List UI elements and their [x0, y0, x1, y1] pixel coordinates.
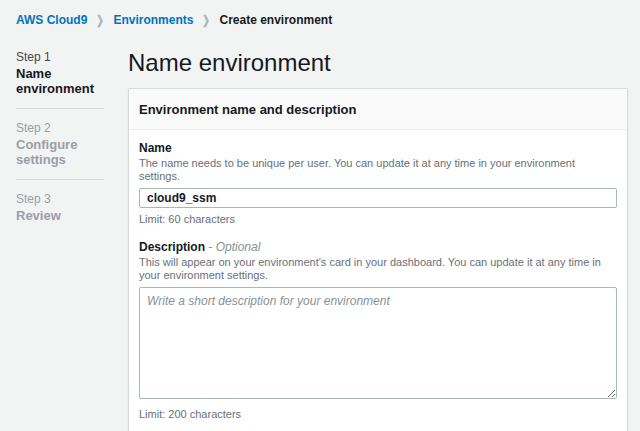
environment-description-textarea[interactable]	[139, 287, 617, 399]
steps-sidebar: Step 1 Name environment Step 2 Configure…	[0, 36, 128, 223]
sidebar-step-3[interactable]: Step 3 Review	[16, 192, 128, 223]
description-field-label: Description - Optional	[139, 240, 617, 254]
sidebar-divider	[16, 179, 104, 180]
breadcrumb-environments[interactable]: Environments	[113, 13, 193, 27]
breadcrumb: AWS Cloud9 ❯ Environments ❯ Create envir…	[0, 0, 640, 36]
description-label-text: Description	[139, 240, 205, 254]
chevron-right-icon: ❯	[97, 13, 105, 27]
breadcrumb-aws-cloud9[interactable]: AWS Cloud9	[16, 13, 87, 27]
page-title: Name environment	[128, 49, 628, 77]
name-field-label: Name	[139, 141, 617, 155]
name-field-section: Name The name needs to be unique per use…	[139, 141, 617, 225]
card-body: Name The name needs to be unique per use…	[129, 130, 627, 431]
card-header: Environment name and description	[129, 89, 627, 130]
step-1-label: Step 1	[16, 50, 128, 64]
environment-card: Environment name and description Name Th…	[128, 88, 628, 431]
description-field-help: This will appear on your environment's c…	[139, 256, 617, 282]
environment-name-input[interactable]	[139, 188, 617, 208]
chevron-right-icon: ❯	[203, 13, 211, 27]
main-content: Name environment Environment name and de…	[128, 36, 628, 431]
step-3-label: Step 3	[16, 192, 128, 206]
step-1-title: Name environment	[16, 66, 128, 96]
sidebar-step-1[interactable]: Step 1 Name environment	[16, 50, 128, 96]
step-2-label: Step 2	[16, 121, 128, 135]
description-field-section: Description - Optional This will appear …	[139, 240, 617, 420]
sidebar-divider	[16, 108, 104, 109]
page-layout: Step 1 Name environment Step 2 Configure…	[0, 36, 640, 431]
name-field-help: The name needs to be unique per user. Yo…	[139, 157, 617, 183]
name-limit-note: Limit: 60 characters	[139, 213, 617, 225]
step-3-title: Review	[16, 208, 128, 223]
optional-tag: - Optional	[208, 240, 260, 254]
breadcrumb-current-page: Create environment	[219, 13, 332, 27]
sidebar-step-2[interactable]: Step 2 Configure settings	[16, 121, 128, 167]
description-limit-note: Limit: 200 characters	[139, 408, 617, 420]
step-2-title: Configure settings	[16, 137, 128, 167]
